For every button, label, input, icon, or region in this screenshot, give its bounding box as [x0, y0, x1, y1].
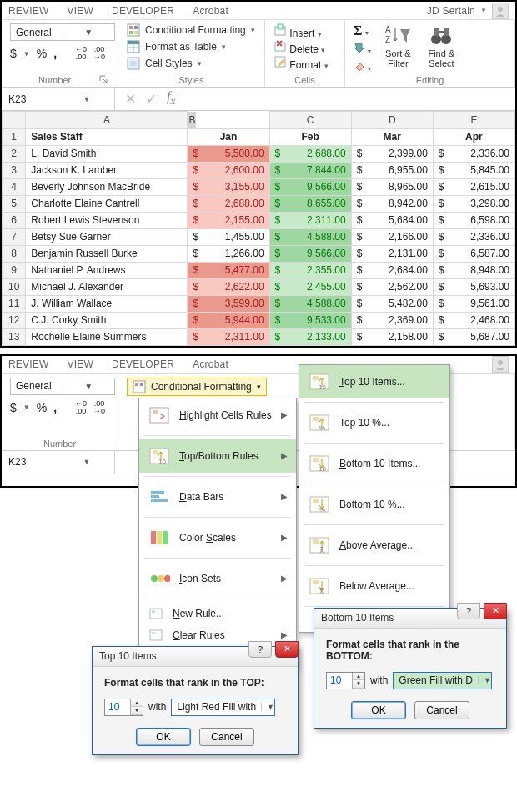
cell[interactable]: $8,965.00 — [351, 178, 433, 195]
cell[interactable]: $7,844.00 — [269, 162, 351, 178]
menu-item[interactable]: 10Top 10 Items... — [299, 365, 449, 398]
dropdown-icon[interactable]: ▾ — [222, 43, 226, 51]
cell[interactable]: $2,311.00 — [188, 328, 269, 345]
cell[interactable]: L. David Smith — [26, 145, 188, 162]
ok-button[interactable]: OK — [351, 701, 406, 719]
tab-developer[interactable]: DEVELOPER — [112, 5, 174, 17]
cell[interactable]: Michael J. Alexander — [26, 278, 188, 295]
close-button[interactable]: ✕ — [484, 603, 507, 619]
cell[interactable]: Rochelle Elaine Summers — [26, 328, 188, 345]
column-header[interactable]: E — [433, 112, 514, 129]
rank-spinner[interactable]: ▲▼ — [326, 672, 365, 689]
dropdown-icon[interactable]: ▾ — [251, 26, 255, 34]
fill-select[interactable]: Light Red Fill with ▼ — [171, 699, 275, 716]
cell[interactable]: Feb — [269, 128, 351, 145]
row-header[interactable]: 5 — [3, 195, 26, 212]
cell[interactable]: Sales Staff — [26, 128, 188, 145]
row-header[interactable]: 7 — [3, 228, 26, 245]
cell[interactable]: $2,369.00 — [351, 312, 433, 328]
close-button[interactable]: ✕ — [275, 641, 299, 658]
spin-down-icon[interactable]: ▼ — [131, 707, 143, 715]
percent-button[interactable]: % — [37, 401, 47, 414]
cell[interactable]: $2,562.00 — [351, 278, 433, 295]
dropdown-icon[interactable]: ▾ — [324, 62, 329, 70]
cell[interactable]: $5,687.00 — [433, 328, 514, 345]
spin-down-icon[interactable]: ▼ — [353, 680, 364, 689]
tab-review[interactable]: REVIEW — [8, 358, 49, 370]
dialog-launcher-icon[interactable] — [99, 75, 109, 85]
column-header[interactable]: D — [351, 112, 433, 129]
comma-button[interactable]: , — [53, 401, 57, 414]
dropdown-icon[interactable]: ▼ — [478, 676, 491, 684]
cell[interactable]: $2,336.00 — [433, 228, 514, 245]
cell[interactable]: $2,336.00 — [433, 145, 514, 162]
spin-up-icon[interactable]: ▲ — [353, 673, 364, 681]
menu-item[interactable]: Icon Sets▶ — [139, 562, 296, 595]
cell[interactable]: $6,598.00 — [433, 212, 514, 228]
number-format-combo[interactable]: General ▼ — [10, 23, 115, 41]
dropdown-icon[interactable]: ▾ — [257, 383, 261, 391]
cell[interactable]: $5,845.00 — [433, 162, 514, 178]
dropdown-icon[interactable]: ▼ — [480, 7, 487, 14]
cell[interactable]: $2,455.00 — [269, 278, 351, 295]
cell[interactable]: $2,155.00 — [188, 212, 269, 228]
name-box[interactable]: K23 ▼ — [2, 88, 93, 110]
cell[interactable]: Apr — [433, 128, 514, 145]
cell[interactable]: Robert Lewis Stevenson — [26, 212, 188, 228]
find-select-button[interactable]: Find & Select — [424, 23, 458, 68]
decrease-decimal-button[interactable]: .00→0 — [93, 400, 105, 415]
cell[interactable]: Mar — [351, 128, 433, 145]
menu-item[interactable]: Color Scales▶ — [139, 521, 296, 554]
cell[interactable]: Nathaniel P. Andrews — [26, 262, 188, 278]
dropdown-icon[interactable]: ▼ — [63, 382, 115, 391]
row-header[interactable]: 13 — [3, 328, 26, 345]
cell[interactable]: $2,688.00 — [269, 145, 351, 162]
help-button[interactable]: ? — [457, 603, 480, 619]
cell[interactable]: $9,566.00 — [269, 245, 351, 262]
help-button[interactable]: ? — [248, 641, 272, 658]
decrease-decimal-button[interactable]: .00→0 — [93, 46, 105, 61]
cell[interactable]: Jan — [188, 128, 269, 145]
dropdown-icon[interactable]: ▾ — [321, 46, 325, 54]
menu-item[interactable]: >Highlight Cells Rules▶ — [139, 398, 296, 432]
cell[interactable]: $5,944.00 — [188, 312, 269, 328]
cell[interactable]: Jackson K. Lambert — [26, 162, 188, 178]
spin-up-icon[interactable]: ▲ — [131, 699, 143, 708]
menu-item[interactable]: New Rule... — [139, 603, 296, 624]
dropdown-icon[interactable]: ▾ — [198, 59, 202, 68]
cell[interactable]: $2,600.00 — [188, 162, 269, 178]
fill-select[interactable]: Green Fill with D ▼ — [393, 672, 492, 689]
tab-acrobat[interactable]: Acrobat — [193, 5, 228, 17]
cell[interactable]: $2,615.00 — [433, 178, 514, 195]
column-header[interactable]: B — [188, 112, 196, 128]
cell[interactable]: Betsy Sue Garner — [26, 228, 188, 245]
menu-item[interactable]: Data Bars▶ — [139, 480, 296, 514]
avatar[interactable] — [492, 3, 509, 19]
cell[interactable]: Charlotte Elaine Cantrell — [26, 195, 188, 212]
number-format-combo[interactable]: General ▼ — [10, 378, 115, 395]
cell[interactable]: $2,684.00 — [351, 262, 433, 278]
row-header[interactable]: 6 — [3, 212, 26, 228]
cell[interactable]: $2,688.00 — [188, 195, 269, 212]
ok-button[interactable]: OK — [136, 728, 191, 746]
cell[interactable]: $2,158.00 — [351, 328, 433, 345]
dropdown-icon[interactable]: ▾ — [318, 30, 322, 38]
avatar[interactable] — [492, 356, 509, 373]
cell[interactable]: $3,155.00 — [188, 178, 269, 195]
insert-button[interactable]: Insert ▾ — [274, 23, 336, 39]
conditional-formatting-button[interactable]: Conditional Formatting ▾ — [127, 23, 256, 37]
cell-styles-button[interactable]: Cell Styles ▾ — [127, 57, 256, 70]
cell[interactable]: $5,693.00 — [433, 278, 514, 295]
autosum-button[interactable]: Σ ▾ — [354, 23, 371, 38]
fill-button[interactable]: ▾ — [354, 42, 371, 56]
cell[interactable]: $1,266.00 — [188, 245, 269, 262]
cell[interactable]: $2,622.00 — [188, 278, 269, 295]
cell[interactable]: $2,399.00 — [351, 145, 433, 162]
dropdown-icon[interactable]: ▼ — [23, 403, 30, 411]
menu-item[interactable]: x̄Above Average... — [299, 529, 449, 562]
row-header[interactable]: 3 — [3, 162, 26, 178]
column-header[interactable]: A — [26, 112, 188, 129]
cell[interactable]: Benjamin Russell Burke — [26, 245, 188, 262]
row-header[interactable]: 1 — [3, 128, 26, 145]
percent-button[interactable]: % — [37, 47, 47, 60]
